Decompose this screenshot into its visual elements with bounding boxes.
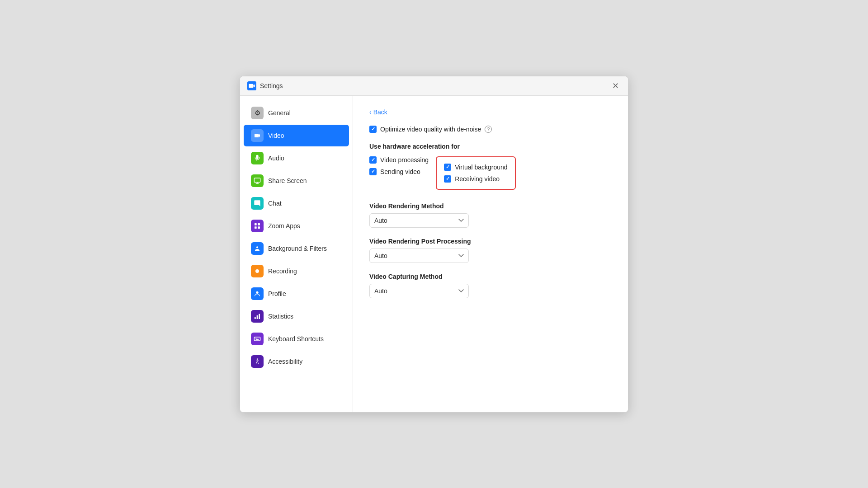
recording-icon <box>251 265 264 277</box>
share-screen-icon <box>251 174 264 187</box>
zoom-apps-icon <box>251 220 264 232</box>
svg-point-8 <box>256 291 258 293</box>
sidebar-item-label: Statistics <box>268 313 293 320</box>
optimize-checkbox[interactable] <box>369 126 377 133</box>
sidebar-item-label: Accessibility <box>268 358 302 365</box>
sidebar-item-label: Share Screen <box>268 177 307 184</box>
titlebar: Settings ✕ <box>240 76 628 96</box>
svg-point-18 <box>257 358 258 360</box>
svg-rect-1 <box>254 178 260 182</box>
svg-rect-2 <box>255 223 257 225</box>
sidebar-item-general[interactable]: ⚙ General <box>244 102 349 124</box>
optimize-label: Optimize video quality with de-noise <box>380 126 481 133</box>
svg-point-6 <box>256 246 258 248</box>
checkbox-row-virtual-background: Virtual background <box>444 164 507 171</box>
svg-rect-9 <box>255 317 256 319</box>
window-title: Settings <box>260 82 283 89</box>
titlebar-left: Settings <box>247 81 283 90</box>
main-content: ‹ Back Optimize video quality with de-no… <box>353 96 628 412</box>
receiving-video-checkbox[interactable] <box>444 175 451 183</box>
svg-rect-12 <box>254 337 260 341</box>
sidebar-item-label: Recording <box>268 267 297 275</box>
sidebar-item-chat[interactable]: Chat <box>244 192 349 214</box>
sidebar-item-label: Profile <box>268 290 286 297</box>
chat-icon <box>251 197 264 210</box>
back-chevron-icon: ‹ <box>369 108 372 116</box>
sidebar-item-label: Chat <box>268 200 282 207</box>
back-label: Back <box>373 108 387 116</box>
accel-col-left: Video processing Sending video <box>369 156 429 190</box>
video-processing-checkbox[interactable] <box>369 156 377 164</box>
accel-col-right-highlighted: Virtual background Receiving video <box>436 156 515 190</box>
hardware-accel-grid: Video processing Sending video Virtual b… <box>369 156 612 190</box>
capturing-method-wrapper: Video Capturing Method Auto None <box>369 273 612 298</box>
rendering-post-title: Video Rendering Post Processing <box>369 238 612 245</box>
keyboard-icon <box>251 333 264 345</box>
sidebar-item-label: General <box>268 109 291 117</box>
sidebar-item-label: Zoom Apps <box>268 222 300 230</box>
back-button[interactable]: ‹ Back <box>369 108 387 116</box>
gear-icon: ⚙ <box>251 107 264 119</box>
rendering-method-select[interactable]: Auto Direct3D11 Direct3D9 OpenGL <box>369 213 469 228</box>
svg-rect-11 <box>259 314 260 319</box>
zoom-icon <box>247 81 256 90</box>
info-icon[interactable]: ? <box>485 126 492 133</box>
close-button[interactable]: ✕ <box>610 81 621 91</box>
svg-point-7 <box>255 269 259 273</box>
hardware-accel-title: Use hardware acceleration for <box>369 143 612 150</box>
rendering-post-select[interactable]: Auto None <box>369 249 469 263</box>
sidebar-item-zoom-apps[interactable]: Zoom Apps <box>244 215 349 237</box>
sidebar-item-label: Audio <box>268 155 284 162</box>
background-icon <box>251 242 264 255</box>
sidebar-item-label: Video <box>268 132 284 139</box>
svg-rect-3 <box>258 223 260 225</box>
sending-video-checkbox[interactable] <box>369 168 377 175</box>
capturing-method-select[interactable]: Auto None <box>369 284 469 298</box>
rendering-post-wrapper: Video Rendering Post Processing Auto Non… <box>369 238 612 263</box>
sidebar-item-background-filters[interactable]: Background & Filters <box>244 238 349 259</box>
checkbox-row-sending-video: Sending video <box>369 168 429 175</box>
sidebar: ⚙ General Video Audio <box>240 96 353 412</box>
statistics-icon <box>251 310 264 323</box>
settings-window: Settings ✕ ⚙ General Video A <box>240 76 628 413</box>
virtual-background-checkbox[interactable] <box>444 164 451 171</box>
optimize-row: Optimize video quality with de-noise ? <box>369 126 612 133</box>
sidebar-item-share-screen[interactable]: Share Screen <box>244 170 349 192</box>
audio-icon <box>251 152 264 164</box>
svg-rect-4 <box>255 226 257 229</box>
sidebar-item-label: Keyboard Shortcuts <box>268 335 324 343</box>
accessibility-icon <box>251 355 264 368</box>
video-icon <box>251 129 264 142</box>
sidebar-item-audio[interactable]: Audio <box>244 147 349 169</box>
sidebar-item-recording[interactable]: Recording <box>244 260 349 282</box>
sidebar-item-profile[interactable]: Profile <box>244 283 349 305</box>
sidebar-item-label: Background & Filters <box>268 245 327 252</box>
video-processing-label: Video processing <box>380 156 429 164</box>
sidebar-item-statistics[interactable]: Statistics <box>244 305 349 327</box>
receiving-video-label: Receiving video <box>455 175 500 183</box>
content-area: ⚙ General Video Audio <box>240 96 628 412</box>
rendering-method-wrapper: Video Rendering Method Auto Direct3D11 D… <box>369 202 612 228</box>
sidebar-item-video[interactable]: Video <box>244 125 349 146</box>
checkbox-row-receiving-video: Receiving video <box>444 175 507 183</box>
svg-rect-10 <box>257 315 258 319</box>
sending-video-label: Sending video <box>380 168 420 175</box>
sidebar-item-accessibility[interactable]: Accessibility <box>244 351 349 372</box>
virtual-background-label: Virtual background <box>455 164 507 171</box>
svg-rect-5 <box>258 226 260 229</box>
rendering-method-title: Video Rendering Method <box>369 202 612 210</box>
checkbox-row-video-processing: Video processing <box>369 156 429 164</box>
capturing-method-title: Video Capturing Method <box>369 273 612 280</box>
profile-icon <box>251 287 264 300</box>
sidebar-item-keyboard-shortcuts[interactable]: Keyboard Shortcuts <box>244 328 349 350</box>
